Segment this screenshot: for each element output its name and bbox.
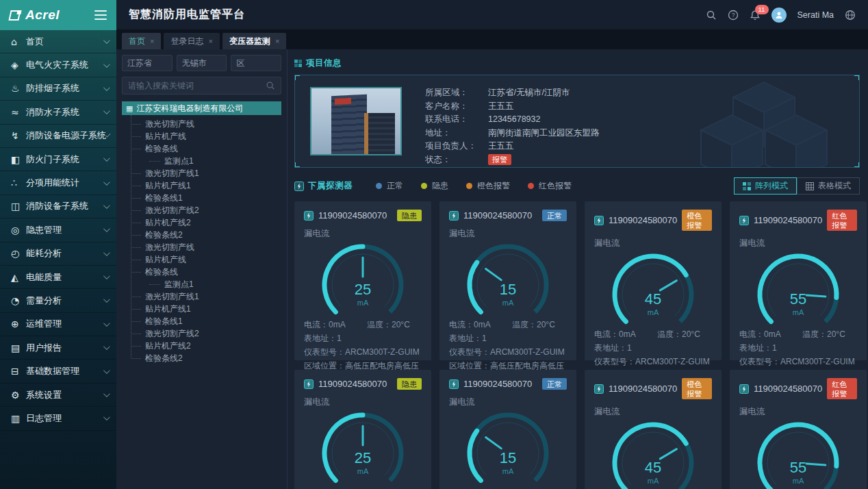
tree-item[interactable]: 激光切割产线 <box>122 118 281 130</box>
sidebar-item[interactable]: ◫ 消防设备子系统 <box>0 195 116 218</box>
array-mode-button[interactable]: 阵列模式 <box>734 177 797 195</box>
tree-item[interactable]: 监测点1 <box>122 155 281 167</box>
user-avatar[interactable] <box>771 8 787 23</box>
status-dot-icon <box>466 183 472 189</box>
gauge-container: 25 mA <box>304 405 422 485</box>
tree-item[interactable]: 贴片机产线 <box>122 253 281 266</box>
meter-address: 表地址：1 <box>304 331 422 345</box>
help-icon[interactable]: ? <box>728 10 739 21</box>
sidebar-item[interactable]: ◔ 需量分析 <box>0 289 116 312</box>
city-select[interactable]: 无锡市 <box>177 55 227 71</box>
detector-card[interactable]: 11909024580070 红色报警 漏电流 55 mA 电流：0mA 温度：… <box>730 201 867 360</box>
sidebar-item[interactable]: ▥ 日志管理 <box>0 407 116 430</box>
energy-breakdown-icon: ∴ <box>11 177 26 188</box>
tree-item[interactable]: 检验条线 <box>122 142 281 155</box>
sidebar-item[interactable]: ◴ 能耗分析 <box>0 242 116 266</box>
tree-item[interactable]: 监测点1 <box>122 278 281 290</box>
sidebar-item[interactable]: ≈ 消防水子系统 <box>0 101 116 124</box>
detector-card[interactable]: 11909024580070 隐患 漏电流 25 mA 电流：0mA 温度：20… <box>294 201 431 360</box>
chevron-down-icon <box>103 37 110 44</box>
detector-card[interactable]: 11909024580070 正常 漏电流 15 mA 电流：0mA 温度：20… <box>439 201 576 360</box>
gauge-container: 15 mA <box>449 405 567 485</box>
tree-item[interactable]: 检验条线 <box>122 266 281 278</box>
status-dot-icon <box>421 183 427 189</box>
tree-branch-line <box>131 297 141 297</box>
status-badge: 正常 <box>542 378 567 390</box>
sidebar-item[interactable]: ◎ 隐患管理 <box>0 218 116 242</box>
detector-card[interactable]: 11909024580070 正常 漏电流 15 mA 电流：0mA 温度：20… <box>439 370 576 489</box>
detector-card[interactable]: 11909024580070 隐患 漏电流 25 mA 电流：0mA 温度：20… <box>294 370 431 489</box>
detector-card[interactable]: 11909024580070 红色报警 漏电流 55 mA 电流：0mA 温度：… <box>730 370 867 489</box>
search-icon[interactable] <box>266 81 275 90</box>
tab-bar: 首页 × 登录日志 × 变压器监测 × <box>116 30 868 49</box>
tree-item[interactable]: 激光切割产线1 <box>122 167 281 179</box>
detector-card[interactable]: 11909024580070 橙色报警 漏电流 45 mA 电流：0mA 温度：… <box>585 370 722 489</box>
table-mode-button[interactable]: 表格模式 <box>797 177 860 195</box>
tree-item[interactable]: 贴片机产线2 <box>122 216 281 229</box>
tree-root-company[interactable]: ▦ 江苏安科瑞电器制造有限公司 <box>122 101 281 115</box>
tab-login-log[interactable]: 登录日志 × <box>164 33 219 49</box>
svg-text:15: 15 <box>500 281 516 298</box>
sidebar-item[interactable]: ⌂ 首页 <box>0 30 116 53</box>
tree-item[interactable]: 贴片机产线 <box>122 130 281 142</box>
tree-item[interactable]: 检验条线2 <box>122 352 281 364</box>
sidebar-item[interactable]: ↯ 消防设备电源子系统 <box>0 125 116 148</box>
tree-item[interactable]: 检验条线1 <box>122 192 281 204</box>
meter-address: 表地址：1 <box>739 341 857 355</box>
svg-text:mA: mA <box>648 477 659 485</box>
tree-item[interactable]: 贴片机产线1 <box>122 303 281 315</box>
sidebar-item[interactable]: ◭ 电能质量 <box>0 266 116 289</box>
detector-icon <box>304 379 314 389</box>
tree-item[interactable]: 贴片机产线1 <box>122 179 281 192</box>
tree-branch-line <box>131 321 141 322</box>
tree-item[interactable]: 检验条线1 <box>122 315 281 327</box>
user-report-icon: ▤ <box>11 342 26 353</box>
project-status-badge: 报警 <box>488 154 511 165</box>
base-data-icon: ⊟ <box>11 366 26 377</box>
device-tree: ▦ 江苏安科瑞电器制造有限公司 激光切割产线 贴片机产线 检验条线 监测点1 激… <box>122 101 281 364</box>
field-value: 王五五 <box>488 140 514 153</box>
hamburger-menu-icon[interactable] <box>94 10 107 20</box>
sidebar-item[interactable]: ◧ 防火门子系统 <box>0 148 116 171</box>
detector-id: 11909024580070 <box>318 210 392 221</box>
detector-icon <box>449 379 459 389</box>
tab-home[interactable]: 首页 × <box>122 33 161 49</box>
search-icon[interactable] <box>706 10 717 21</box>
tree-item[interactable]: 检验条线2 <box>122 229 281 241</box>
language-globe-icon[interactable] <box>845 10 856 21</box>
sidebar-item[interactable]: ⚙ 系统设置 <box>0 384 116 407</box>
sidebar-item[interactable]: ▤ 用户报告 <box>0 336 116 360</box>
svg-text:25: 25 <box>355 281 371 298</box>
status-dot-icon <box>376 183 382 189</box>
sidebar-item[interactable]: ⊕ 运维管理 <box>0 313 116 336</box>
fire-water-icon: ≈ <box>11 107 26 118</box>
status-label: 状态： <box>425 153 488 167</box>
district-select[interactable]: 区 <box>231 55 281 71</box>
close-icon[interactable]: × <box>208 37 212 45</box>
notification-badge: 11 <box>755 5 769 14</box>
sidebar-item[interactable]: ♨ 防排烟子系统 <box>0 77 116 101</box>
tree-item[interactable]: 激光切割产线2 <box>122 327 281 340</box>
search-input[interactable] <box>128 81 266 90</box>
tree-item[interactable]: 贴片机产线2 <box>122 340 281 352</box>
tree-branch-line <box>131 124 141 125</box>
tree-item[interactable]: 激光切割产线1 <box>122 290 281 303</box>
sidebar-item[interactable]: ⊟ 基础数据管理 <box>0 360 116 383</box>
detector-id: 11909024580070 <box>609 215 677 225</box>
sidebar-item[interactable]: ◈ 电气火灾子系统 <box>0 53 116 77</box>
section-title-detectors: 下属探测器 <box>308 180 353 192</box>
notifications-bell-icon[interactable]: 11 <box>750 10 761 21</box>
user-name[interactable]: Serati Ma <box>797 10 834 20</box>
tab-transformer-monitor[interactable]: 变压器监测 × <box>222 33 286 49</box>
tree-item[interactable]: 激光切割产线 <box>122 241 281 253</box>
sidebar-item[interactable]: ∴ 分项用能统计 <box>0 171 116 195</box>
tree-item[interactable]: 激光切割产线2 <box>122 204 281 216</box>
status-badge: 橙色报警 <box>682 378 712 399</box>
close-icon[interactable]: × <box>150 37 154 45</box>
detector-card[interactable]: 11909024580070 橙色报警 漏电流 45 mA 电流：0mA 温度：… <box>585 201 722 360</box>
meter-address: 表地址：1 <box>449 331 567 345</box>
field-label: 所属区域： <box>425 86 488 100</box>
tree-branch-line <box>131 346 141 347</box>
close-icon[interactable]: × <box>275 37 279 45</box>
province-select[interactable]: 江苏省 <box>122 55 173 71</box>
